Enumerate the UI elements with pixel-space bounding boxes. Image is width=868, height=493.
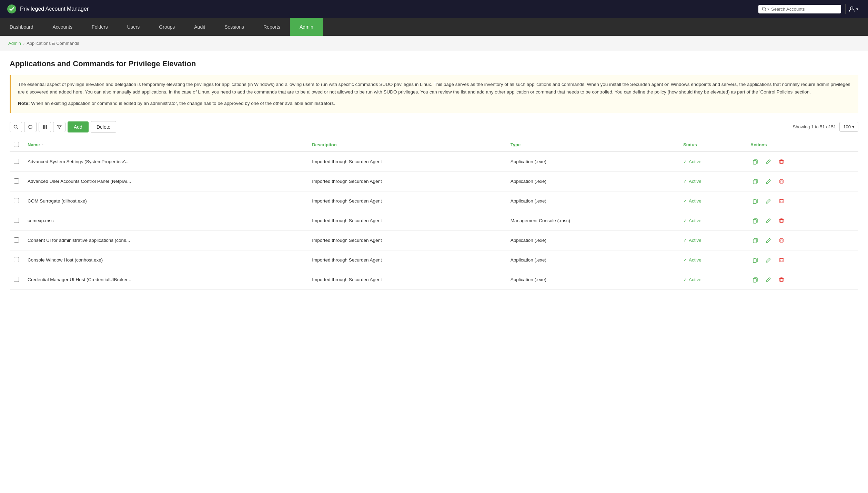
copy-icon-0[interactable] [750,157,760,167]
col-header-status[interactable]: Status [679,138,746,152]
delete-button[interactable]: Delete [91,121,116,133]
delete-icon-3[interactable] [777,216,786,226]
note-text: Note: When an existing application or co… [18,100,851,107]
row-status-4: ✓ Active [679,230,746,250]
toolbar-right: Showing 1 to 51 of 51 100 ▾ [793,122,858,132]
table-row: Console Window Host (conhost.exe) Import… [10,250,858,270]
status-check-icon: ✓ [683,218,687,223]
col-header-name[interactable]: Name ↑ [23,138,308,152]
status-label: Active [689,198,702,204]
status-check-icon: ✓ [683,198,687,204]
edit-icon-5[interactable] [764,255,773,265]
nav-item-sessions[interactable]: Sessions [215,18,254,36]
status-label: Active [689,257,702,263]
row-name-5: Console Window Host (conhost.exe) [23,250,308,270]
table-row: Advanced User Accounts Control Panel (Ne… [10,171,858,191]
select-all-header[interactable] [10,138,23,152]
filter-btn[interactable] [53,122,65,132]
row-checkbox-2[interactable] [14,198,19,203]
row-checkbox-cell[interactable] [10,250,23,270]
col-header-actions: Actions [746,138,858,152]
row-actions-4 [746,230,858,250]
app-logo: Privileged Account Manager [7,4,89,14]
svg-rect-25 [753,239,756,243]
status-check-icon: ✓ [683,159,687,164]
row-name-2: COM Surrogate (dllhost.exe) [23,191,308,211]
per-page-select[interactable]: 100 ▾ [839,122,858,132]
refresh-btn[interactable] [24,122,37,132]
nav-item-audit[interactable]: Audit [184,18,215,36]
status-label: Active [689,277,702,282]
copy-icon-1[interactable] [750,177,760,186]
row-type-6: Application (.exe) [506,270,679,289]
row-checkbox-1[interactable] [14,178,19,184]
status-label: Active [689,218,702,223]
edit-icon-6[interactable] [764,275,773,285]
row-name-6: Credential Manager UI Host (CredentialUI… [23,270,308,289]
search-dropdown-arrow: ▾ [767,7,769,11]
row-description-6: Imported through Securden Agent [308,270,506,289]
col-header-type[interactable]: Type [506,138,679,152]
delete-icon-0[interactable] [777,157,786,167]
edit-icon-1[interactable] [764,177,773,186]
row-checkbox-4[interactable] [14,237,19,243]
table-row: Consent UI for administrative applicatio… [10,230,858,250]
nav-item-admin[interactable]: Admin [290,18,323,36]
row-checkbox-5[interactable] [14,257,19,262]
row-name-1: Advanced User Accounts Control Panel (Ne… [23,171,308,191]
add-button[interactable]: Add [68,121,89,132]
name-sort-icon: ↑ [42,143,44,147]
row-checkbox-6[interactable] [14,277,19,282]
edit-icon-4[interactable] [764,236,773,245]
copy-icon-6[interactable] [750,275,760,285]
user-menu-btn[interactable]: ▾ [845,4,861,14]
main-nav: Dashboard Accounts Folders Users Groups … [0,18,868,36]
search-dropdown-btn[interactable]: ▾ [762,7,769,11]
row-checkbox-cell[interactable] [10,211,23,230]
row-checkbox-3[interactable] [14,218,19,223]
search-input[interactable] [771,7,833,12]
nav-item-users[interactable]: Users [118,18,150,36]
delete-icon-4[interactable] [777,236,786,245]
row-checkbox-0[interactable] [14,159,19,164]
row-status-1: ✓ Active [679,171,746,191]
breadcrumb-current: Applications & Commands [27,41,79,46]
delete-icon-6[interactable] [777,275,786,285]
nav-item-accounts[interactable]: Accounts [43,18,82,36]
main-content: Applications and Commands for Privilege … [0,51,868,493]
breadcrumb-separator: › [23,41,24,46]
delete-icon-1[interactable] [777,177,786,186]
select-all-checkbox[interactable] [14,142,19,147]
row-name-4: Consent UI for administrative applicatio… [23,230,308,250]
row-name-0: Advanced System Settings (SystemProperti… [23,152,308,172]
row-checkbox-cell[interactable] [10,270,23,289]
edit-icon-0[interactable] [764,157,773,167]
svg-rect-29 [753,259,756,263]
row-checkbox-cell[interactable] [10,230,23,250]
copy-icon-4[interactable] [750,236,760,245]
edit-icon-2[interactable] [764,196,773,206]
nav-item-folders[interactable]: Folders [82,18,118,36]
table-row: Credential Manager UI Host (CredentialUI… [10,270,858,289]
table-row: Advanced System Settings (SystemProperti… [10,152,858,172]
row-type-0: Application (.exe) [506,152,679,172]
row-type-2: Application (.exe) [506,191,679,211]
copy-icon-2[interactable] [750,196,760,206]
edit-icon-3[interactable] [764,216,773,226]
col-header-description[interactable]: Description [308,138,506,152]
nav-item-groups[interactable]: Groups [149,18,184,36]
copy-icon-5[interactable] [750,255,760,265]
nav-item-dashboard[interactable]: Dashboard [0,18,43,36]
copy-icon-3[interactable] [750,216,760,226]
row-checkbox-cell[interactable] [10,152,23,172]
row-checkbox-cell[interactable] [10,171,23,191]
table-row: comexp.msc Imported through Securden Age… [10,211,858,230]
columns-btn[interactable] [39,122,51,132]
delete-icon-5[interactable] [777,255,786,265]
search-btn[interactable] [10,122,22,132]
nav-item-reports[interactable]: Reports [254,18,290,36]
row-checkbox-cell[interactable] [10,191,23,211]
breadcrumb-parent-link[interactable]: Admin [8,41,21,46]
delete-icon-2[interactable] [777,196,786,206]
status-label: Active [689,238,702,243]
